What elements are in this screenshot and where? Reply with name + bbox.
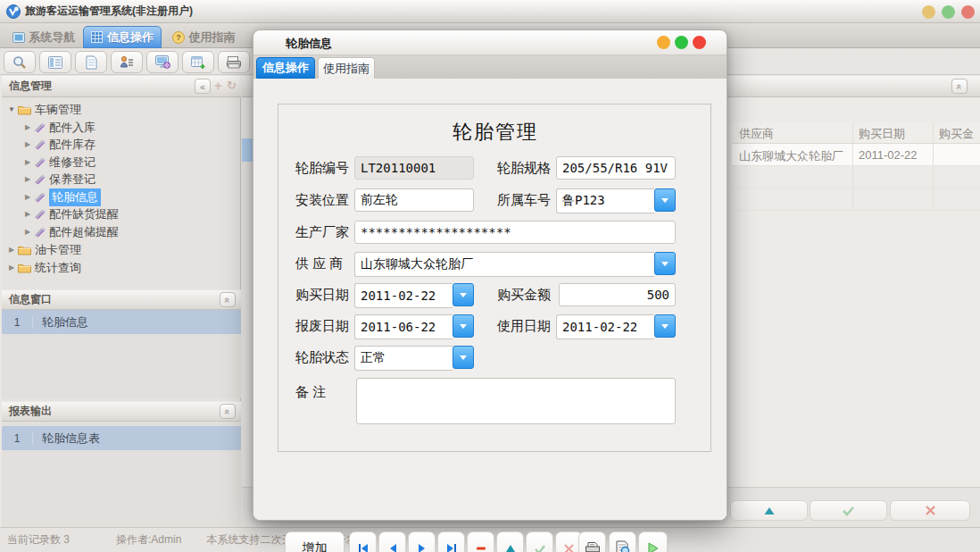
tree-item-maintain-reg[interactable]: ▶ 保养登记 [0, 171, 239, 188]
dialog-tab-info-operation[interactable]: 信息操作 [256, 57, 315, 79]
supplier-field[interactable] [354, 252, 654, 277]
last-record-button[interactable] [437, 531, 465, 552]
print-button[interactable] [578, 531, 606, 552]
toolbar-search-button[interactable] [4, 51, 36, 73]
tab-info-operation[interactable]: 信息操作 [83, 26, 162, 48]
grid-cell-supplier: 山东聊城大众轮胎厂 [739, 148, 843, 164]
report-output-item[interactable]: 1 轮胎信息表 [2, 426, 241, 450]
tire-status-field[interactable] [354, 346, 453, 371]
grid-selected-row-indicator [242, 138, 253, 162]
post-record-button[interactable] [526, 531, 553, 552]
next-record-button[interactable] [408, 531, 436, 552]
toolbar-monitor-button[interactable] [146, 51, 179, 73]
tree-item-vehicle-mgmt[interactable]: ▼ 车辆管理 [0, 101, 239, 118]
tire-no-label: 轮胎编号 [295, 156, 349, 180]
add-button[interactable]: 增加 [285, 531, 345, 552]
tab-system-nav[interactable]: 系统导航 [7, 26, 80, 48]
toolbar-list-button[interactable] [39, 51, 71, 73]
toolbar-table-add-button[interactable] [182, 51, 214, 73]
nav-collapse-button[interactable]: « [195, 79, 211, 94]
toolbar-document-button[interactable] [75, 51, 107, 73]
info-window-collapse-button[interactable]: « [220, 292, 236, 307]
grid-empty-row [732, 188, 980, 211]
tree-item-parts-inbound[interactable]: ▶ 配件入库 [0, 119, 239, 136]
report-output-collapse-button[interactable]: « [220, 404, 236, 419]
monitor-icon [12, 32, 25, 43]
tree-item-shortage-remind[interactable]: ▶ 配件缺货提醒 [0, 205, 239, 222]
tree-item-tire-info[interactable]: ▶ 轮胎信息 [0, 188, 239, 205]
info-window-title: 信息窗口 [9, 292, 52, 307]
tree-collapsed-icon[interactable]: ▶ [23, 228, 32, 236]
tree-expanded-icon[interactable]: ▼ [7, 105, 16, 113]
bg-edit-button[interactable] [730, 500, 808, 521]
grid-col-supplier: 供应商 [739, 126, 774, 142]
combo-dropdown-button[interactable] [654, 252, 676, 275]
tree-item-fuelcard-mgmt[interactable]: ▶ 油卡管理 [0, 241, 239, 258]
tree-collapsed-icon[interactable]: ▶ [23, 175, 32, 183]
tree-item-repair-reg[interactable]: ▶ 维修登记 [0, 154, 239, 171]
tire-no-field[interactable] [354, 156, 474, 180]
remark-field[interactable] [356, 378, 676, 424]
dialog-maximize-button[interactable] [675, 36, 688, 49]
combo-dropdown-button[interactable] [453, 314, 474, 338]
tree-collapsed-icon[interactable]: ▶ [7, 246, 16, 254]
edit-record-button[interactable] [496, 531, 524, 552]
dialog-close-button[interactable] [693, 36, 706, 49]
tree-item-label: 车辆管理 [35, 102, 81, 118]
item-label: 轮胎信息 [33, 314, 88, 330]
vehicle-no-field[interactable] [556, 188, 654, 213]
dialog-content: 轮胎管理 轮胎编号 轮胎规格 安装位置 所属车号 生产厂家 供 应 商 购买日期 [253, 79, 727, 520]
tree-collapsed-icon[interactable]: ▶ [23, 123, 32, 131]
combo-dropdown-button[interactable] [453, 283, 474, 306]
delete-record-button[interactable] [467, 531, 494, 552]
print-preview-button[interactable] [609, 531, 636, 552]
scrap-date-field[interactable] [354, 314, 453, 339]
use-date-field[interactable] [556, 314, 654, 339]
confirm-check-icon [842, 505, 855, 516]
tree-collapsed-icon[interactable]: ▶ [23, 210, 32, 218]
combo-dropdown-button[interactable] [453, 346, 474, 369]
info-window-item[interactable]: 1 轮胎信息 [2, 310, 241, 334]
combo-dropdown-button[interactable] [654, 188, 676, 212]
form-title: 轮胎管理 [278, 119, 712, 146]
run-button[interactable] [638, 531, 668, 552]
nav-add-icon[interactable]: + [214, 78, 222, 93]
purchase-amount-field[interactable] [559, 283, 676, 306]
tree-collapsed-icon[interactable]: ▶ [7, 263, 16, 272]
toolbar-printer-button[interactable] [218, 51, 250, 73]
first-record-button[interactable] [349, 531, 377, 552]
dialog-minimize-button[interactable] [657, 36, 670, 49]
prev-record-button[interactable] [378, 531, 406, 552]
nav-refresh-icon[interactable]: ↻ [227, 79, 237, 92]
tree-collapsed-icon[interactable]: ▶ [23, 140, 32, 148]
tree-collapsed-icon[interactable]: ▶ [23, 158, 32, 166]
chevron-up-double-icon: « [222, 408, 233, 414]
info-window-header: 信息窗口 [2, 289, 241, 310]
install-pos-field[interactable] [354, 188, 474, 212]
purchase-date-combo [354, 283, 474, 306]
dialog-tab-label: 使用指南 [323, 61, 370, 77]
chevron-up-double-icon: « [222, 297, 233, 302]
dialog-tab-user-guide[interactable]: 使用指南 [318, 57, 375, 79]
toolbar-user-button[interactable] [111, 51, 143, 73]
tree-collapsed-icon[interactable]: ▶ [23, 193, 32, 201]
main-titlebar: 旅游客运运输管理系统(非注册用户) [0, 0, 980, 23]
minimize-button[interactable] [922, 5, 935, 19]
bg-confirm-button[interactable] [810, 500, 887, 521]
maximize-button[interactable] [942, 5, 955, 19]
tab-user-guide[interactable]: ? 使用指南 [166, 26, 241, 48]
bg-cancel-button[interactable] [890, 500, 970, 521]
tree-item-parts-stock[interactable]: ▶ 配件库存 [0, 136, 239, 153]
purchase-date-field[interactable] [354, 283, 453, 308]
content-collapse-button[interactable]: « [951, 79, 968, 94]
manufacturer-field[interactable] [354, 221, 676, 244]
grid-vline [933, 122, 934, 211]
combo-dropdown-button[interactable] [654, 314, 676, 338]
tree-item-label: 配件超储提醒 [49, 224, 119, 240]
close-button[interactable] [961, 5, 975, 19]
tire-spec-field[interactable] [556, 156, 676, 180]
supplier-label: 供 应 商 [295, 252, 343, 275]
tree-item-stats-query[interactable]: ▶ 统计查询 [0, 259, 239, 276]
manufacturer-label: 生产厂家 [295, 221, 349, 244]
tree-item-overstock-remind[interactable]: ▶ 配件超储提醒 [0, 223, 239, 240]
